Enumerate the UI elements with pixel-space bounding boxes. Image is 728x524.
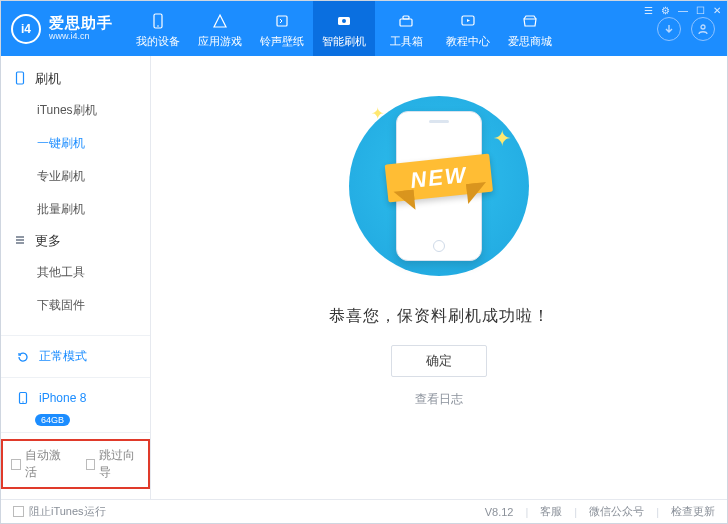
flash-icon [334, 11, 354, 31]
phone-outline-icon [13, 71, 27, 88]
svg-rect-5 [403, 16, 409, 19]
sidebar-section-more[interactable]: 更多 [1, 226, 150, 256]
checkbox-label-text: 自动激活 [25, 447, 66, 481]
divider [1, 432, 150, 433]
tab-label: 智能刷机 [322, 34, 366, 49]
app-header: ☰ ⚙ — ☐ ✕ i4 爱思助手 www.i4.cn 我的设备 应用游戏 铃声… [1, 1, 727, 56]
tab-ringtones[interactable]: 铃声壁纸 [251, 1, 313, 56]
sidebar-section-flash[interactable]: 刷机 [1, 64, 150, 94]
ok-button[interactable]: 确定 [391, 345, 487, 377]
phone-home-button [433, 240, 445, 252]
sidebar-item-download-firmware[interactable]: 下载固件 [1, 289, 150, 321]
music-icon [272, 11, 292, 31]
menu-icon[interactable]: ☰ [644, 5, 653, 16]
success-illustration: ✦ ✦ NEW [324, 86, 554, 286]
minimize-icon[interactable]: — [678, 5, 688, 16]
device-icon [15, 390, 31, 406]
auto-activate-checkbox[interactable]: 自动激活 [11, 447, 66, 481]
checkbox-icon [13, 506, 24, 517]
sidebar-item-itunes-flash[interactable]: iTunes刷机 [1, 94, 150, 127]
sidebar: 刷机 iTunes刷机 一键刷机 专业刷机 批量刷机 更多 其他工具 下载固件 … [1, 56, 151, 499]
tab-tutorials[interactable]: 教程中心 [437, 1, 499, 56]
version-label: V8.12 [485, 506, 514, 518]
list-icon [13, 233, 27, 250]
tab-my-device[interactable]: 我的设备 [127, 1, 189, 56]
sidebar-item-pro-flash[interactable]: 专业刷机 [1, 160, 150, 193]
footer-left-label: 阻止iTunes运行 [29, 504, 106, 519]
window-controls: ☰ ⚙ — ☐ ✕ [644, 5, 721, 16]
device-name: iPhone 8 [39, 391, 86, 405]
sparkle-icon: ✦ [371, 104, 384, 123]
tab-store[interactable]: 爱思商城 [499, 1, 561, 56]
svg-point-10 [22, 401, 23, 402]
sparkle-icon: ✦ [493, 126, 511, 152]
settings-icon[interactable]: ⚙ [661, 5, 670, 16]
support-link[interactable]: 客服 [540, 504, 562, 519]
storage-badge: 64GB [35, 414, 70, 426]
close-icon[interactable]: ✕ [713, 5, 721, 16]
block-itunes-checkbox[interactable]: 阻止iTunes运行 [13, 504, 106, 519]
tab-label: 爱思商城 [508, 34, 552, 49]
tab-label: 工具箱 [390, 34, 423, 49]
check-update-link[interactable]: 检查更新 [671, 504, 715, 519]
refresh-icon [15, 349, 31, 365]
toolbox-icon [396, 11, 416, 31]
divider: | [656, 506, 659, 518]
content-pane: ✦ ✦ NEW 恭喜您，保资料刷机成功啦！ 确定 查看日志 [151, 56, 727, 499]
checkbox-icon [86, 459, 96, 470]
sidebar-item-oneclick-flash[interactable]: 一键刷机 [1, 127, 150, 160]
sidebar-item-batch-flash[interactable]: 批量刷机 [1, 193, 150, 226]
section-title: 刷机 [35, 70, 61, 88]
user-button[interactable] [691, 17, 715, 41]
divider: | [525, 506, 528, 518]
main-area: 刷机 iTunes刷机 一键刷机 专业刷机 批量刷机 更多 其他工具 下载固件 … [1, 56, 727, 499]
checkbox-label-text: 跳过向导 [99, 447, 140, 481]
app-logo[interactable]: i4 爱思助手 www.i4.cn [1, 1, 127, 56]
svg-rect-4 [400, 19, 412, 26]
logo-mark-icon: i4 [11, 14, 41, 44]
logo-text: 爱思助手 www.i4.cn [49, 15, 113, 41]
wechat-link[interactable]: 微信公众号 [589, 504, 644, 519]
device-mode-label: 正常模式 [39, 348, 87, 365]
top-tabs: 我的设备 应用游戏 铃声壁纸 智能刷机 工具箱 教程中心 爱思商城 [127, 1, 657, 56]
skip-guide-checkbox[interactable]: 跳过向导 [86, 447, 141, 481]
svg-rect-8 [17, 72, 24, 84]
divider [1, 335, 150, 336]
divider [1, 377, 150, 378]
svg-point-7 [701, 25, 705, 29]
device-mode-row[interactable]: 正常模式 [11, 342, 140, 371]
tab-toolbox[interactable]: 工具箱 [375, 1, 437, 56]
svg-point-1 [157, 25, 159, 27]
status-bar: 阻止iTunes运行 V8.12 | 客服 | 微信公众号 | 检查更新 [1, 499, 727, 523]
tab-label: 铃声壁纸 [260, 34, 304, 49]
download-button[interactable] [657, 17, 681, 41]
apps-icon [210, 11, 230, 31]
checkbox-icon [11, 459, 21, 470]
phone-icon [148, 11, 168, 31]
section-title: 更多 [35, 232, 61, 250]
app-title: 爱思助手 [49, 15, 113, 32]
footer-right: V8.12 | 客服 | 微信公众号 | 检查更新 [485, 504, 715, 519]
tab-apps[interactable]: 应用游戏 [189, 1, 251, 56]
tab-label: 我的设备 [136, 34, 180, 49]
divider: | [574, 506, 577, 518]
highlighted-options: 自动激活 跳过向导 [1, 439, 150, 489]
tab-smart-flash[interactable]: 智能刷机 [313, 1, 375, 56]
play-icon [458, 11, 478, 31]
store-icon [520, 11, 540, 31]
device-row[interactable]: iPhone 8 [11, 384, 140, 412]
sidebar-bottom: 正常模式 iPhone 8 64GB 自动激活 跳过向导 [1, 321, 150, 499]
view-log-link[interactable]: 查看日志 [415, 391, 463, 408]
sidebar-item-other-tools[interactable]: 其他工具 [1, 256, 150, 289]
tab-label: 应用游戏 [198, 34, 242, 49]
maximize-icon[interactable]: ☐ [696, 5, 705, 16]
success-message: 恭喜您，保资料刷机成功啦！ [329, 306, 550, 327]
phone-speaker [429, 120, 449, 123]
tab-label: 教程中心 [446, 34, 490, 49]
app-subtitle: www.i4.cn [49, 32, 113, 42]
